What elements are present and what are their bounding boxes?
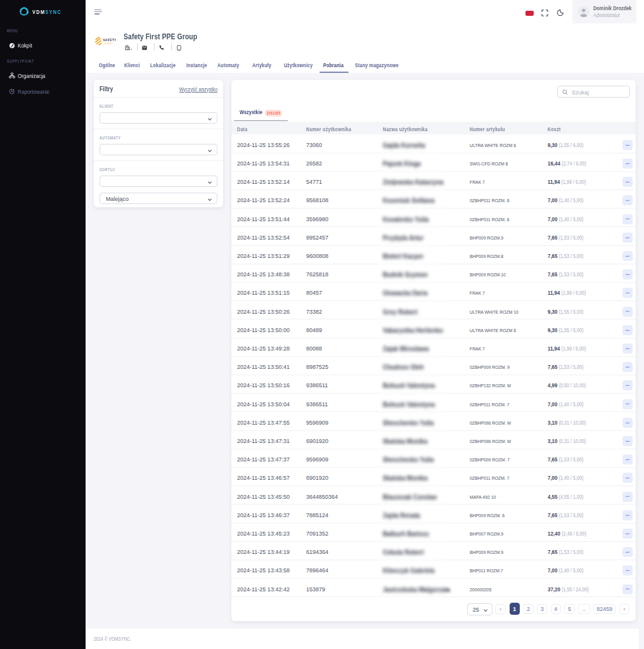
- svg-text:-FIRST-: -FIRST-: [103, 42, 115, 45]
- svg-text:SAFETY: SAFETY: [103, 39, 117, 42]
